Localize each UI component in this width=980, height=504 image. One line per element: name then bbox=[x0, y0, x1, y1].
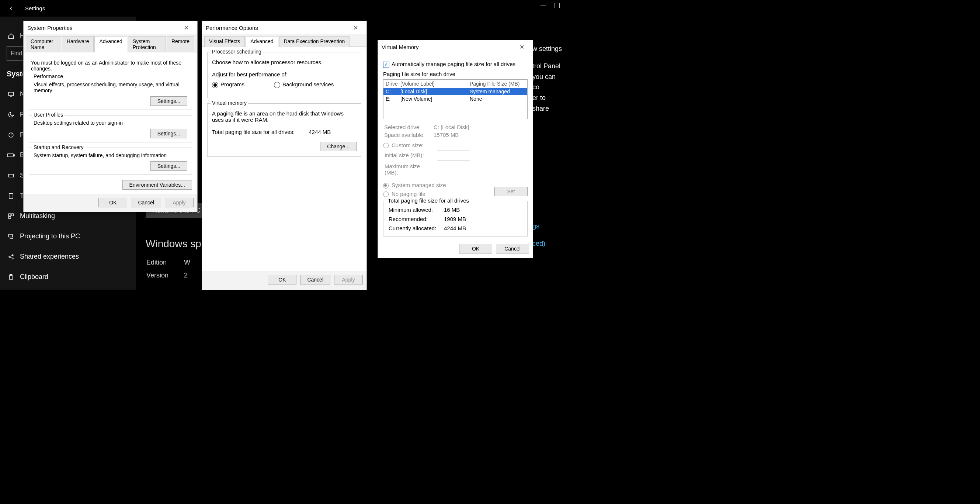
selected-drive-label: Selected drive: bbox=[384, 124, 433, 131]
dialog-buttons: OK Cancel Apply bbox=[24, 194, 197, 212]
close-icon[interactable]: ✕ bbox=[348, 24, 363, 31]
dialog-body: You must be logged on as an Administrato… bbox=[24, 53, 197, 194]
group-legend: Startup and Recovery bbox=[32, 144, 85, 150]
tab-remote[interactable]: Remote bbox=[167, 36, 194, 53]
dialog-titlebar[interactable]: Performance Options ✕ bbox=[202, 21, 366, 34]
cancel-button[interactable]: Cancel bbox=[496, 244, 529, 254]
tab-dep[interactable]: Data Execution Prevention bbox=[279, 36, 350, 47]
group-legend: Total paging file size for all drives bbox=[387, 198, 471, 204]
cancel-button[interactable]: Cancel bbox=[300, 275, 330, 284]
project-icon bbox=[6, 233, 16, 240]
group-legend: Processor scheduling bbox=[210, 49, 263, 54]
drive-row[interactable]: E: [New Volume] None bbox=[383, 95, 527, 102]
initial-size-label: Initial size (MB): bbox=[385, 152, 433, 158]
drive-letter: C: bbox=[386, 89, 400, 94]
dialog-titlebar[interactable]: Virtual Memory ✕ bbox=[378, 40, 533, 54]
moon-icon bbox=[6, 112, 16, 118]
radio-label: Custom size: bbox=[391, 142, 424, 148]
total-size-value: 4244 MB bbox=[309, 129, 331, 135]
custom-size-radio: Custom size: bbox=[383, 142, 528, 149]
radio-label: Background services bbox=[282, 81, 334, 88]
rec-label: Recommended: bbox=[388, 215, 443, 223]
dialog-body: ✓Automatically manage paging file size f… bbox=[378, 54, 533, 240]
min-val: 16 MB bbox=[444, 206, 471, 214]
performance-settings-button[interactable]: Settings... bbox=[150, 96, 187, 106]
group-legend: User Profiles bbox=[32, 112, 65, 118]
window-controls bbox=[541, 3, 560, 8]
totals-group: Total paging file size for all drives Mi… bbox=[383, 201, 528, 236]
bg-text: you can co bbox=[532, 72, 563, 93]
sidebar-item-projecting[interactable]: Projecting to this PC bbox=[6, 226, 132, 246]
max-size-input bbox=[437, 168, 470, 178]
cancel-button[interactable]: Cancel bbox=[131, 198, 161, 207]
auto-manage-checkbox[interactable]: ✓Automatically manage paging file size f… bbox=[383, 61, 528, 68]
search-text: Find bbox=[11, 50, 22, 57]
ok-button[interactable]: OK bbox=[268, 275, 296, 284]
group-desc: Desktop settings related to your sign-in bbox=[33, 120, 187, 126]
cur-val: 4244 MB bbox=[444, 224, 471, 233]
svg-rect-4 bbox=[8, 174, 14, 177]
drive-list[interactable]: Drive [Volume Label] Paging File Size (M… bbox=[383, 79, 528, 119]
dialog-title: System Properties bbox=[27, 25, 73, 31]
ok-button[interactable]: OK bbox=[99, 198, 127, 207]
radio-programs[interactable]: Programs bbox=[212, 81, 245, 88]
settings-header: Settings bbox=[0, 0, 563, 17]
virtual-memory-dialog: Virtual Memory ✕ ✓Automatically manage p… bbox=[377, 40, 533, 258]
svg-rect-9 bbox=[8, 234, 13, 237]
tab-advanced[interactable]: Advanced bbox=[245, 36, 278, 47]
tab-advanced[interactable]: Advanced bbox=[94, 36, 127, 53]
profiles-settings-button[interactable]: Settings... bbox=[150, 129, 187, 138]
back-button[interactable] bbox=[0, 0, 22, 17]
storage-icon bbox=[6, 172, 16, 179]
drive-row[interactable]: C: [Local Disk] System managed bbox=[383, 88, 527, 95]
apply-button[interactable]: Apply bbox=[334, 275, 363, 284]
virtual-memory-group: Virtual memory A paging file is an area … bbox=[207, 103, 361, 157]
dialog-titlebar[interactable]: System Properties ✕ bbox=[24, 21, 197, 34]
sidebar-item-clipboard[interactable]: Clipboard bbox=[6, 267, 132, 287]
startup-settings-button[interactable]: Settings... bbox=[150, 161, 187, 171]
change-button[interactable]: Change... bbox=[320, 142, 356, 151]
tab-system-protection[interactable]: System Protection bbox=[128, 36, 166, 53]
drive-label: [Local Disk] bbox=[400, 89, 470, 94]
drive-letter: E: bbox=[386, 96, 400, 102]
group-desc: System startup, system failure, and debu… bbox=[33, 152, 187, 158]
close-icon[interactable]: ✕ bbox=[514, 43, 529, 51]
spec-key: Edition bbox=[146, 257, 183, 269]
svg-rect-2 bbox=[8, 153, 13, 156]
performance-group: Performance Visual effects, processor sc… bbox=[29, 77, 192, 110]
space-value: 15705 MB bbox=[433, 131, 470, 138]
battery-icon bbox=[6, 153, 16, 158]
radio-label: Programs bbox=[221, 81, 245, 88]
group-desc: Visual effects, processor scheduling, me… bbox=[33, 81, 187, 93]
power-icon bbox=[6, 132, 16, 138]
svg-rect-5 bbox=[9, 193, 13, 198]
tab-computer-name[interactable]: Computer Name bbox=[26, 36, 61, 53]
environment-variables-button[interactable]: Environment Variables... bbox=[123, 180, 192, 190]
sidebar-label: Multitasking bbox=[20, 212, 55, 220]
sidebar-item-shared[interactable]: Shared experiences bbox=[6, 246, 132, 267]
maximize-icon[interactable] bbox=[555, 3, 560, 8]
checkbox-icon: ✓ bbox=[383, 62, 389, 68]
bg-link[interactable]: ced) bbox=[532, 238, 563, 249]
sidebar-label: Clipboard bbox=[20, 273, 48, 281]
radio-background-services[interactable]: Background services bbox=[274, 81, 334, 88]
dialog-title: Virtual Memory bbox=[382, 44, 419, 50]
drive-size: None bbox=[470, 96, 525, 102]
radio-icon bbox=[383, 143, 388, 148]
sidebar-label: Projecting to this PC bbox=[20, 233, 80, 240]
drive-list-header: Drive [Volume Label] Paging File Size (M… bbox=[383, 80, 527, 88]
ok-button[interactable]: OK bbox=[459, 244, 492, 254]
dialog-buttons: OK Cancel bbox=[378, 240, 533, 258]
radio-icon bbox=[383, 191, 388, 197]
tab-hardware[interactable]: Hardware bbox=[62, 36, 94, 53]
close-icon[interactable]: ✕ bbox=[179, 24, 194, 31]
apply-button[interactable]: Apply bbox=[165, 198, 194, 207]
dialog-body: Processor scheduling Choose how to alloc… bbox=[202, 47, 366, 271]
set-button: Set bbox=[495, 187, 528, 196]
bg-link[interactable]: gs bbox=[532, 221, 563, 232]
minimize-icon[interactable] bbox=[541, 5, 546, 6]
settings-title: Settings bbox=[25, 5, 45, 11]
tab-visual-effects[interactable]: Visual Effects bbox=[204, 36, 245, 47]
selected-drive-value: C: [Local Disk] bbox=[433, 124, 470, 131]
max-size-row: Maximum size (MB): bbox=[383, 163, 528, 178]
